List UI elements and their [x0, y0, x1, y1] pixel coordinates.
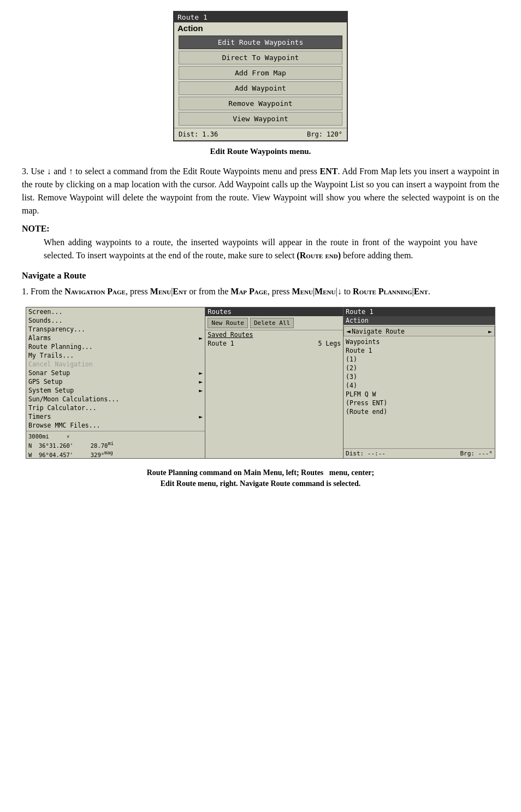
new-route-button[interactable]: New Route — [208, 318, 248, 328]
top-title-bar: Route 1 — [174, 12, 347, 22]
right-action-label: Action — [344, 316, 495, 325]
left-panel-item-4[interactable]: Route Planning... — [26, 342, 205, 351]
top-brg: Brg: 120° — [307, 131, 342, 138]
top-status-bar: Dist: 1.36 Brg: 120° — [174, 128, 347, 140]
right-brg: Brg: ---° — [460, 450, 493, 457]
right-waypoint-5: PLFM Q W — [344, 390, 495, 399]
right-waypoint-2: (2) — [344, 364, 495, 372]
right-waypoint-1: (1) — [344, 355, 495, 364]
left-panel-items: Screen...Sounds...Transparency...AlarmsR… — [26, 307, 205, 430]
top-menu-item-0[interactable]: Edit Route Waypoints — [179, 35, 342, 49]
note-block: When adding waypoints to a route, the in… — [44, 236, 477, 262]
top-menu-item-3[interactable]: Add Waypoint — [179, 81, 342, 95]
left-panel-item-0[interactable]: Screen... — [26, 307, 205, 316]
center-section-label: Saved Routes — [205, 330, 343, 339]
right-panel: Route 1 Action ◄ Navigate Route ► Waypoi… — [344, 307, 495, 458]
right-waypoint-4: (4) — [344, 381, 495, 390]
navigate-left-arrow: ◄ — [346, 327, 351, 335]
bottom-caption: Route Planning command on Main Menu, lef… — [22, 467, 499, 489]
left-status-text: 3000mi ⚡ — [26, 432, 205, 440]
left-panel-item-12[interactable]: Timers — [26, 412, 205, 421]
left-lat: N 36°31.260' 28.70mi — [26, 440, 205, 449]
navigate-route-label: Navigate Route — [352, 328, 405, 335]
top-action-label: Action — [174, 22, 347, 34]
center-route-0[interactable]: Route 15 Legs — [205, 339, 343, 348]
left-panel-item-6: Cancel Navigation — [26, 360, 205, 369]
right-waypoint-3: (3) — [344, 372, 495, 381]
left-panel-item-2[interactable]: Transparency... — [26, 325, 205, 334]
three-panel-screenshot: Screen...Sounds...Transparency...AlarmsR… — [26, 307, 495, 459]
navigate-right-arrow: ► — [488, 328, 492, 335]
right-waypoints-label: Waypoints — [344, 337, 495, 346]
left-panel-item-8[interactable]: GPS Setup — [26, 377, 205, 386]
right-waypoint-7: (Route end) — [344, 407, 495, 416]
right-waypoint-6: (Press ENT) — [344, 399, 495, 407]
right-waypoints: Route 1(1)(2)(3)(4)PLFM Q W(Press ENT)(R… — [344, 346, 495, 416]
left-panel-item-11[interactable]: Trip Calculator... — [26, 404, 205, 412]
left-panel-item-3[interactable]: Alarms — [26, 334, 205, 342]
left-panel: Screen...Sounds...Transparency...AlarmsR… — [26, 307, 205, 458]
right-waypoint-0: Route 1 — [344, 346, 495, 355]
paragraph-1: 3. Use ↓ and ↑ to select a command from … — [22, 165, 499, 217]
section-heading: Navigate a Route — [22, 271, 499, 281]
left-panel-item-13[interactable]: Browse MMC Files... — [26, 421, 205, 430]
top-dist: Dist: 1.36 — [179, 131, 218, 138]
top-menu-item-5[interactable]: View Waypoint — [179, 112, 342, 126]
right-dist: Dist: --:-- — [346, 450, 386, 457]
top-menu-item-4[interactable]: Remove Waypoint — [179, 97, 342, 110]
top-gps-screen: Route 1 Action Edit Route WaypointsDirec… — [173, 11, 348, 141]
left-panel-item-5[interactable]: My Trails... — [26, 351, 205, 360]
top-menu-list: Edit Route WaypointsDirect To WaypointAd… — [174, 35, 347, 126]
center-panel: Routes New Route Delete All Saved Routes… — [205, 307, 344, 458]
top-caption: Edit Route Waypoints menu. — [22, 147, 499, 156]
left-panel-item-10[interactable]: Sun/Moon Calculations... — [26, 395, 205, 404]
left-divider — [26, 431, 205, 431]
top-menu-item-2[interactable]: Add From Map — [179, 66, 342, 80]
top-device-container: Route 1 Action Edit Route WaypointsDirec… — [22, 11, 499, 141]
right-title: Route 1 — [344, 307, 495, 316]
top-menu-item-1[interactable]: Direct To Waypoint — [179, 51, 342, 64]
center-title: Routes — [205, 307, 343, 316]
right-navigate-route-row[interactable]: ◄ Navigate Route ► — [344, 326, 495, 336]
right-status-bar: Dist: --:-- Brg: ---° — [344, 448, 495, 458]
delete-all-button[interactable]: Delete All — [250, 318, 294, 328]
paragraph-2: 1. From the Navigation Page, press Menu|… — [22, 285, 499, 298]
left-lon: W 96°04.457' 329°mag — [26, 449, 205, 459]
left-panel-item-7[interactable]: Sonar Setup — [26, 369, 205, 377]
left-panel-item-1[interactable]: Sounds... — [26, 316, 205, 325]
center-toolbar: New Route Delete All — [205, 316, 343, 330]
left-panel-item-9[interactable]: System Setup — [26, 386, 205, 395]
note-label: NOTE: — [22, 224, 499, 234]
center-routes: Route 15 Legs — [205, 339, 343, 348]
